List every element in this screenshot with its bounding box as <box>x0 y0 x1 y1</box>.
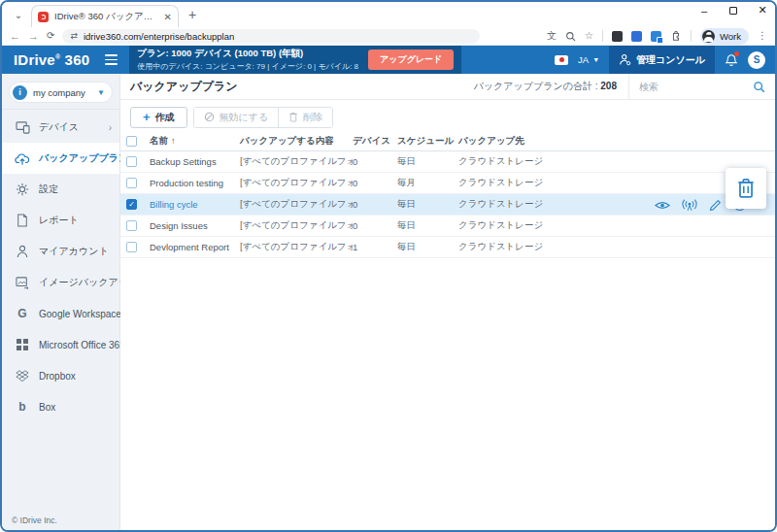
delete-button[interactable]: 削除 <box>278 108 332 127</box>
box-icon: b <box>15 399 30 415</box>
sidebar-item-backup-plan[interactable]: バックアッププラン <box>2 143 119 174</box>
view-eye-icon[interactable] <box>655 200 670 211</box>
sidebar-item-devices[interactable]: デバイス › <box>2 112 119 143</box>
divider <box>691 30 692 42</box>
page-header: バックアッププラン バックアッププランの合計 : 208 <box>120 74 775 100</box>
table-row[interactable]: Devlopment Report [すべてのプロファイルフォルダー] 1 毎日… <box>120 237 775 258</box>
plan-line-1: プラン: 1000 デバイス (1000 TB) (年額) <box>137 48 358 60</box>
column-header-destination[interactable]: バックアップ先 <box>458 135 775 148</box>
close-window-icon[interactable]: ✕ <box>756 4 769 17</box>
column-header-name[interactable]: 名前↑ <box>150 135 240 148</box>
sidebar-item-box[interactable]: b Box <box>2 391 119 422</box>
sort-asc-icon: ↑ <box>171 136 176 146</box>
table-row-selected[interactable]: ✓ Billing cycle [すべてのプロファイルフォルダー], %... … <box>120 194 775 216</box>
search-input[interactable] <box>639 82 746 92</box>
forward-icon[interactable]: → <box>28 31 39 42</box>
site-settings-icon[interactable]: ⇄ <box>70 31 78 41</box>
browser-profile-chip[interactable]: Work <box>700 28 749 45</box>
idrive-logo: IDrive® 360 <box>14 51 89 68</box>
url-bar: ← → ⟳ ⇄ idrive360.com/enterprise/backupp… <box>2 27 775 46</box>
dropbox-icon <box>15 368 30 383</box>
browser-extension-icon-3[interactable] <box>651 31 661 42</box>
sidebar: i my company ▼ デバイス › バックアッププラン 設定 レポート <box>2 74 120 531</box>
sidebar-item-my-account[interactable]: マイアカウント <box>2 236 119 267</box>
create-button[interactable]: + 作成 <box>130 107 187 128</box>
table-header-row: 名前↑ バックアップする内容 デバイス スケジュール バックアップ先 <box>120 131 775 151</box>
hamburger-menu-icon[interactable] <box>105 54 118 64</box>
reload-icon[interactable]: ⟳ <box>47 31 54 41</box>
broadcast-icon[interactable] <box>682 199 697 212</box>
tab-search-chevron-icon[interactable]: ⌄ <box>8 5 29 24</box>
row-checkbox[interactable] <box>126 156 137 167</box>
main-content: バックアッププラン バックアッププランの合計 : 208 + 作成 <box>120 74 775 531</box>
floating-delete-button[interactable] <box>726 168 766 209</box>
language-selector[interactable]: JA▼ <box>578 54 599 65</box>
select-all-checkbox[interactable] <box>126 136 137 147</box>
sidebar-item-dropbox[interactable]: Dropbox <box>2 360 119 391</box>
table-toolbar: + 作成 無効にする 削除 <box>120 105 775 129</box>
disable-icon <box>204 112 215 122</box>
browser-tab[interactable]: IDrive® 360 バックアップコンソール ✕ <box>31 5 179 27</box>
company-selector[interactable]: i my company ▼ <box>9 82 113 103</box>
idrive-favicon <box>38 12 49 22</box>
tab-close-icon[interactable]: ✕ <box>164 12 172 22</box>
search-box <box>629 81 765 93</box>
edit-pencil-icon[interactable] <box>709 199 722 212</box>
translate-icon[interactable]: 文 <box>547 31 557 41</box>
sidebar-item-image-backup[interactable]: イメージバックアップ ? <box>2 267 119 298</box>
sidebar-item-reports[interactable]: レポート <box>2 205 119 236</box>
browser-extension-icon-2[interactable] <box>631 31 642 42</box>
bookmark-star-icon[interactable]: ☆ <box>585 31 593 41</box>
total-plans-label: バックアッププランの合計 : 208 <box>474 80 617 93</box>
sidebar-item-settings[interactable]: 設定 <box>2 174 119 205</box>
table-row[interactable]: Backup Settings [すべてのプロファイルフォルダー], [... … <box>120 151 775 173</box>
minimize-icon[interactable]: – <box>697 5 711 17</box>
table-row[interactable]: Production testing [すべてのプロファイルフォルダー] 0 毎… <box>120 173 775 194</box>
plan-line-2: 使用中のデバイス: コンピュータ: 79 | イメージ: 0 | モバイル: 8 <box>137 61 358 72</box>
sidebar-item-google-workspace[interactable]: G Google Workspace <box>2 298 119 329</box>
disable-button[interactable]: 無効にする <box>194 108 279 127</box>
row-checkbox[interactable] <box>126 242 137 252</box>
table-row[interactable]: Design Issues [すべてのプロファイルフォルダー], %... 0 … <box>120 216 775 237</box>
row-checkbox-checked[interactable]: ✓ <box>126 199 137 210</box>
upgrade-button[interactable]: アップグレード <box>368 50 454 70</box>
backup-plans-table: 名前↑ バックアップする内容 デバイス スケジュール バックアップ先 Backu… <box>120 131 775 258</box>
person-icon <box>15 244 30 259</box>
notification-dot <box>734 51 739 56</box>
plus-icon: + <box>143 111 151 123</box>
gear-icon <box>15 182 30 197</box>
browser-menu-kebab-icon[interactable]: ⋮ <box>758 31 767 41</box>
row-checkbox[interactable] <box>126 220 137 231</box>
column-header-devices[interactable]: デバイス <box>353 135 397 148</box>
window-controls: – ✕ <box>697 4 769 17</box>
new-tab-button[interactable]: + <box>183 5 202 24</box>
page-title: バックアッププラン <box>130 79 238 95</box>
image-backup-icon <box>15 275 30 290</box>
back-icon[interactable]: ← <box>10 31 20 42</box>
office-grid-icon <box>15 337 30 352</box>
address-input[interactable]: ⇄ idrive360.com/enterprise/backupplan <box>62 29 480 44</box>
trash-icon <box>288 112 298 122</box>
app-header: IDrive® 360 プラン: 1000 デバイス (1000 TB) (年額… <box>2 46 775 74</box>
sidebar-item-office-365[interactable]: Microsoft Office 365 <box>2 329 119 360</box>
copyright-footer: © IDrive Inc. <box>12 515 57 525</box>
divider <box>2 109 119 110</box>
notifications-bell-icon[interactable] <box>725 53 738 67</box>
admin-person-icon <box>619 53 631 66</box>
user-avatar[interactable]: S <box>748 51 765 69</box>
column-header-schedule[interactable]: スケジュール <box>397 135 458 148</box>
divider <box>602 30 603 42</box>
row-checkbox[interactable] <box>126 178 137 188</box>
browser-extension-icon-1[interactable] <box>612 31 623 42</box>
japan-flag-icon <box>555 55 568 65</box>
plan-info-box: プラン: 1000 デバイス (1000 TB) (年額) 使用中のデバイス: … <box>129 46 461 74</box>
admin-console-button[interactable]: 管理コンソール <box>609 46 715 74</box>
maximize-icon[interactable] <box>726 5 740 17</box>
browser-actions: 文 ☆ Work ⋮ <box>547 28 767 45</box>
zoom-search-icon[interactable] <box>565 31 576 42</box>
trash-icon <box>736 178 756 199</box>
search-icon[interactable] <box>753 81 765 93</box>
column-header-content[interactable]: バックアップする内容 <box>240 135 353 148</box>
extensions-puzzle-icon[interactable] <box>670 30 682 42</box>
browser-window: ⌄ IDrive® 360 バックアップコンソール ✕ + – ✕ ← → ⟳ … <box>0 0 777 532</box>
